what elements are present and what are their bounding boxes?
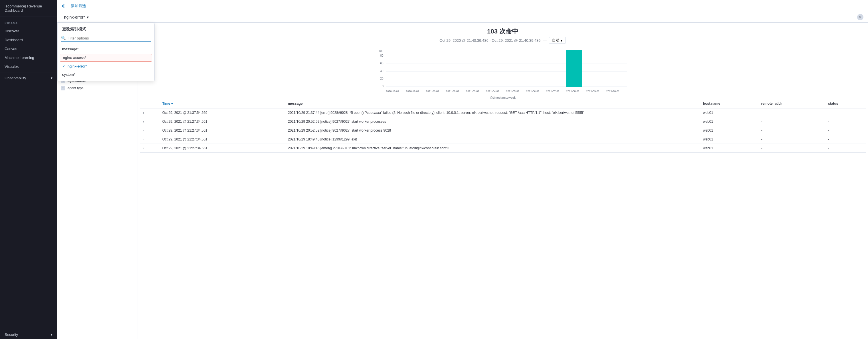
dropdown-item-system[interactable]: system* [58,70,154,79]
chevron-down-icon: ▾ [51,76,53,80]
svg-text:2021-05-01: 2021-05-01 [506,90,520,93]
status-cell: - [825,144,866,153]
bar-aug-2021 [566,50,582,87]
item-label: nginx-error* [67,64,87,68]
index-selector-bar: nginx-error* ▾ 更改索引模式 🔍 message* nginx-a… [57,12,868,23]
svg-text:2020-11-01: 2020-11-01 [386,90,399,93]
svg-text:2021-04-01: 2021-04-01 [486,90,499,93]
right-panel: 103 次命中 Oct 29, 2020 @ 21:40:39.486 - Oc… [137,23,868,339]
svg-text:2020-12-01: 2020-12-01 [406,90,419,93]
svg-text:60: 60 [380,62,384,65]
expand-row-button[interactable]: › [143,137,144,141]
time-cell: Oct 29, 2021 @ 21:27:34.561 [159,126,284,135]
dropdown-title: 更改索引模式 [58,27,154,35]
sidebar: [ecommerce] Revenue Dashboard Kibana Dis… [0,0,57,339]
host-cell: web01 [700,108,758,117]
svg-text:40: 40 [380,69,384,73]
sidebar-item-visualize[interactable]: Visualize [0,62,57,71]
x-axis-label: @timestamp/week [144,96,861,99]
remote-addr-cell: - [758,144,825,153]
hit-count: 103 次命中 [144,27,861,36]
col-status: status [825,99,866,108]
item-label: message* [62,47,79,51]
dropdown-search-bar[interactable]: 🔍 [61,35,151,42]
message-cell: 2021/10/29 18:49:45 [emerg] 2701#2701: u… [284,144,700,153]
field-item-agent-type[interactable]: t agent.type [57,84,137,92]
svg-text:2021-06-01: 2021-06-01 [526,90,539,93]
sidebar-item-security[interactable]: Security ▾ [0,330,57,339]
svg-text:2021-01-01: 2021-01-01 [426,90,439,93]
svg-text:2021-09-01: 2021-09-01 [586,90,599,93]
dropdown-item-nginx-error[interactable]: ✓ nginx-error* [58,62,154,70]
sidebar-item-canvas[interactable]: Canvas [0,44,57,53]
chevron-down-icon: ▾ [561,38,563,42]
close-icon: ✕ [859,15,862,19]
expand-row-button[interactable]: › [143,147,144,150]
dropdown-search-input[interactable] [67,36,151,40]
filter-icon: ⊕ [62,3,65,8]
chevron-down-icon: ▾ [51,332,53,337]
sidebar-item-observability[interactable]: Observability ▾ [0,73,57,82]
svg-text:2021-08-01: 2021-08-01 [566,90,580,93]
remote-addr-cell: - [758,108,825,117]
field-type-badge: t [61,86,65,90]
host-cell: web01 [700,135,758,144]
svg-text:2021-03-01: 2021-03-01 [466,90,479,93]
svg-text:20: 20 [380,77,384,80]
sidebar-kibana-label: Kibana [0,17,57,27]
col-time[interactable]: Time ▾ [159,99,284,108]
host-cell: web01 [700,144,758,153]
time-cell: Oct 29, 2021 @ 21:37:54.669 [159,108,284,117]
sidebar-item-machine-learning[interactable]: Machine Learning [0,53,57,62]
table-row: › Oct 29, 2021 @ 21:27:34.561 2021/10/29… [140,126,866,135]
results-table-container: Time ▾ message host.name remote_addr sta… [137,99,868,153]
time-cell: Oct 29, 2021 @ 21:27:34.561 [159,144,284,153]
dropdown-item-nginx-access[interactable]: nginx-access* [60,54,152,62]
svg-text:2021-10-01: 2021-10-01 [607,90,620,93]
table-row: › Oct 29, 2021 @ 21:27:34.561 2021/10/29… [140,144,866,153]
expand-row-button[interactable]: › [143,129,144,132]
content-area: t _id # _score t _type 📅 @timestamp t ag… [57,23,868,339]
host-cell: web01 [700,126,758,135]
index-pattern-button[interactable]: nginx-error* ▾ [62,14,91,21]
message-cell: 2021/10/29 18:49:45 [notice] 1299#1299: … [284,135,700,144]
chart-area: 0 20 40 60 80 100 [137,45,868,99]
close-panel-button[interactable]: ✕ [857,14,863,20]
search-icon: 🔍 [61,36,66,40]
table-row: › Oct 29, 2021 @ 21:37:54.669 2021/10/29… [140,108,866,117]
add-filter-button[interactable]: + 添加筛选 [68,3,86,8]
time-cell: Oct 29, 2021 @ 21:27:34.561 [159,135,284,144]
chart-header: 103 次命中 Oct 29, 2020 @ 21:40:39.486 - Oc… [137,23,868,45]
svg-text:2021-02-01: 2021-02-01 [446,90,459,93]
sidebar-logo: [ecommerce] Revenue Dashboard [0,0,57,17]
dropdown-item-message[interactable]: message* [58,45,154,53]
checkmark-icon: ✓ [62,64,65,68]
table-row: › Oct 29, 2021 @ 21:27:34.561 2021/10/29… [140,135,866,144]
main-area: ⊕ + 添加筛选 nginx-error* ▾ 更改索引模式 🔍 message… [57,0,868,339]
filter-bar: ⊕ + 添加筛选 [57,0,868,12]
index-pattern-dropdown: 更改索引模式 🔍 message* nginx-access* ✓ nginx-… [57,23,155,81]
expand-row-button[interactable]: › [143,111,144,115]
remote-addr-cell: - [758,135,825,144]
message-cell: 2021/10/29 21:37:44 [error] 9028#9028: *… [284,108,700,117]
message-cell: 2021/10/29 20:52:52 [notice] 9027#9027: … [284,126,700,135]
chart-time-range: Oct 29, 2020 @ 21:40:39.486 - Oct 29, 20… [144,37,861,44]
item-label: system* [62,72,75,77]
status-cell: - [825,126,866,135]
svg-text:2021-07-01: 2021-07-01 [546,90,559,93]
col-remote-addr: remote_addr [758,99,825,108]
col-host-name: host.name [700,99,758,108]
svg-text:0: 0 [382,85,384,88]
svg-text:80: 80 [380,54,384,57]
auto-interval-button[interactable]: 自动 ▾ [549,37,566,44]
expand-row-button[interactable]: › [143,120,144,123]
host-cell: web01 [700,117,758,126]
table-row: › Oct 29, 2021 @ 21:27:34.561 2021/10/29… [140,117,866,126]
histogram-chart: 0 20 40 60 80 100 [144,49,861,94]
time-cell: Oct 29, 2021 @ 21:27:34.561 [159,117,284,126]
sidebar-item-discover[interactable]: Discover [0,27,57,35]
results-table: Time ▾ message host.name remote_addr sta… [140,99,866,153]
col-message: message [284,99,700,108]
sidebar-item-dashboard[interactable]: Dashboard [0,35,57,44]
item-label: nginx-access* [63,56,86,60]
